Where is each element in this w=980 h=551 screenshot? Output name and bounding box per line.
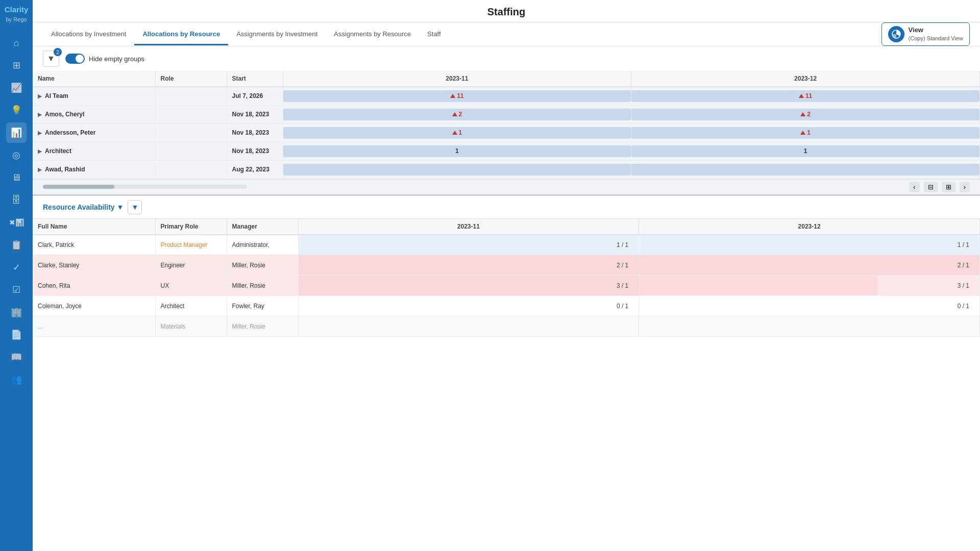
- view-label-sub: (Copy) Standard View: [909, 35, 963, 42]
- row-gantt-11: [283, 160, 631, 179]
- toggle-switch[interactable]: [65, 54, 85, 64]
- row-gantt-12: [631, 160, 980, 179]
- tab-bar: Allocations by Investment Allocations by…: [33, 22, 980, 46]
- dropdown-arrow-icon: ▼: [117, 203, 124, 211]
- list-icon[interactable]: 📋: [6, 235, 27, 255]
- expand-arrow[interactable]: ▶: [38, 167, 42, 172]
- sidebar: Clarity by Rego ⌂ ⊞ 📈 💡 📊 ◎ 🖥 🗄 ✖📊 📋 ✓ ☑…: [0, 0, 33, 551]
- avail-value: 0 / 1: [617, 303, 633, 310]
- table-row: Clark, Patrick Product Manager Administr…: [33, 235, 980, 255]
- col-header-avail-12: 2023-12: [639, 219, 980, 235]
- alert-icon: [800, 131, 805, 135]
- expand-arrow[interactable]: ▶: [38, 93, 42, 99]
- view-icon: [888, 26, 904, 42]
- filter-button[interactable]: ▼ 2: [43, 51, 59, 67]
- row-avail-11: 3 / 1: [298, 276, 639, 296]
- tab-alloc-investment[interactable]: Allocations by Investment: [43, 24, 134, 45]
- table-row: ▶Amos, Cheryl Nov 18, 2023 2: [33, 105, 980, 123]
- row-gantt-11: 11: [283, 87, 631, 105]
- page-icon[interactable]: 📄: [6, 324, 27, 345]
- view-button[interactable]: View (Copy) Standard View: [881, 22, 970, 46]
- row-gantt-12: 1: [631, 123, 980, 142]
- people-icon[interactable]: 👥: [6, 369, 27, 390]
- row-avail-12: 2 / 1: [639, 255, 980, 276]
- row-manager: Miller, Rosie: [227, 255, 298, 276]
- expand-arrow[interactable]: ▶: [38, 130, 42, 136]
- row-gantt-12: 2: [631, 105, 980, 123]
- scroll-left-btn[interactable]: ‹: [909, 182, 919, 192]
- avail-value: 1 / 1: [617, 241, 633, 248]
- row-role: Product Manager: [155, 235, 227, 255]
- row-name: ▶Amos, Cheryl: [33, 105, 155, 123]
- over-bar: [639, 276, 877, 295]
- app-subtitle: by Rego: [6, 16, 27, 22]
- expand-btn[interactable]: ⊞: [942, 182, 955, 192]
- expand-arrow[interactable]: ▶: [38, 112, 42, 117]
- check-icon[interactable]: ✓: [6, 257, 27, 278]
- filter-icon: ▼: [47, 54, 55, 63]
- chart-line-icon[interactable]: 📈: [6, 78, 27, 98]
- resource-availability-section: Resource Availability ▼ ▼ Full Name Prim…: [33, 196, 980, 552]
- view-label-wrap: View (Copy) Standard View: [909, 26, 963, 42]
- gantt-alert: 1: [800, 129, 811, 136]
- avail-value: 0 / 1: [958, 303, 974, 310]
- expand-arrow[interactable]: ▶: [38, 148, 42, 154]
- gantt-alert: 11: [799, 92, 812, 99]
- scroll-right-btn[interactable]: ›: [960, 182, 970, 192]
- col-header-fullname: Full Name: [33, 219, 155, 235]
- avail-value: 2 / 1: [617, 262, 633, 269]
- alert-icon: [452, 131, 457, 135]
- nav-controls: ‹ ⊟ ⊞ ›: [909, 182, 970, 192]
- row-role: [155, 142, 227, 160]
- row-role: UX: [155, 276, 227, 296]
- row-avail-11: 0 / 1: [298, 296, 639, 316]
- row-role: [155, 123, 227, 142]
- hide-empty-toggle[interactable]: Hide empty groups: [65, 54, 144, 64]
- task-check-icon[interactable]: ☑: [6, 280, 27, 300]
- row-name: ▶Architect: [33, 142, 155, 160]
- col-header-manager: Manager: [227, 219, 298, 235]
- org-icon[interactable]: 🏢: [6, 302, 27, 322]
- allocations-table: Name Role Start 2023-11 2023-12 ▶AI Team: [33, 71, 980, 179]
- row-name: ▶Awad, Rashid: [33, 160, 155, 179]
- row-gantt-12: 1: [631, 142, 980, 160]
- grid-icon[interactable]: ⊞: [6, 55, 27, 76]
- bar-chart-icon[interactable]: 📊: [6, 122, 27, 143]
- row-name: ▶AI Team: [33, 87, 155, 105]
- col-header-start: Start: [227, 71, 283, 87]
- gantt-alert: 2: [452, 111, 462, 118]
- bulb-icon[interactable]: 💡: [6, 100, 27, 120]
- view-label-top: View: [909, 26, 963, 35]
- row-start: Nov 18, 2023: [227, 105, 283, 123]
- row-role: [155, 160, 227, 179]
- collapse-btn[interactable]: ⊟: [924, 182, 938, 192]
- gantt-alert: 2: [800, 111, 811, 118]
- gantt-bar: [631, 164, 979, 176]
- monitor-icon[interactable]: 🖥: [6, 167, 27, 188]
- x-chart-icon[interactable]: ✖📊: [6, 212, 27, 233]
- row-fullname: Coleman, Joyce: [33, 296, 155, 316]
- resource-table-wrap[interactable]: Full Name Primary Role Manager 2023-11 2…: [33, 219, 980, 552]
- tab-staff[interactable]: Staff: [419, 24, 449, 45]
- db-icon[interactable]: 🗄: [6, 190, 27, 210]
- row-gantt-12: 11: [631, 87, 980, 105]
- row-name: ▶Andersson, Peter: [33, 123, 155, 142]
- table-row: ▶Andersson, Peter Nov 18, 2023 1: [33, 123, 980, 142]
- app-title: Clarity: [5, 5, 29, 14]
- tab-assign-investment[interactable]: Assignments by Investment: [228, 24, 326, 45]
- scroll-nav: ‹ ⊟ ⊞ ›: [33, 179, 980, 194]
- home-icon[interactable]: ⌂: [6, 33, 27, 53]
- app-logo: Clarity by Rego: [2, 5, 32, 23]
- table-row: Coleman, Joyce Architect Fowler, Ray 0 /…: [33, 296, 980, 316]
- row-manager: Miller, Rosie: [227, 316, 298, 337]
- h-scrollbar[interactable]: [43, 185, 247, 189]
- tab-assign-resource[interactable]: Assignments by Resource: [326, 24, 419, 45]
- book-icon[interactable]: 📖: [6, 347, 27, 367]
- target-icon[interactable]: ◎: [6, 145, 27, 165]
- table-row: ▶AI Team Jul 7, 2026 11: [33, 87, 980, 105]
- bottom-filter-button[interactable]: ▼: [128, 200, 142, 214]
- row-fullname: Cohen, Rita: [33, 276, 155, 296]
- tab-alloc-resource[interactable]: Allocations by Resource: [134, 24, 228, 45]
- resource-availability-button[interactable]: Resource Availability ▼: [43, 203, 124, 211]
- row-role: Materials: [155, 316, 227, 337]
